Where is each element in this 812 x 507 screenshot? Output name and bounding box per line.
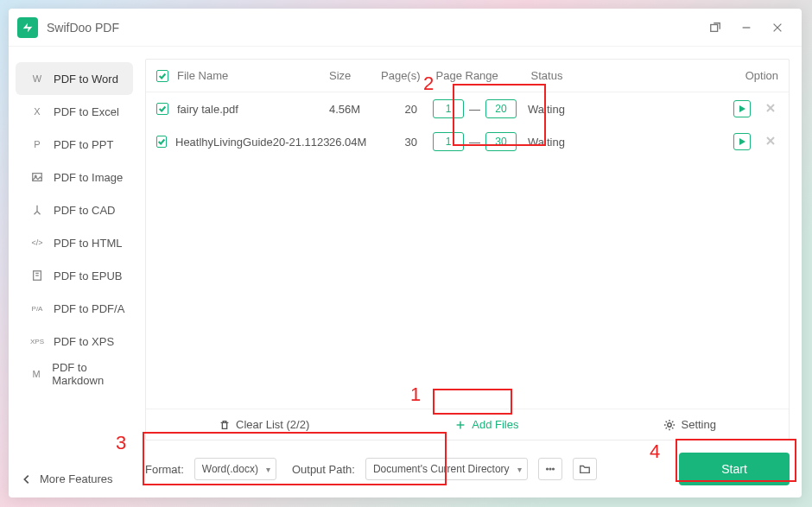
word-icon: W	[29, 73, 45, 84]
app-title: SwifDoo PDF	[47, 21, 700, 35]
sidebar-item-label: PDF to Image	[54, 171, 123, 184]
select-all-checkbox[interactable]	[156, 70, 168, 82]
sidebar-item-label: PDF to CAD	[54, 204, 116, 217]
file-status: Waiting	[528, 136, 623, 149]
browse-folder-button[interactable]	[573, 458, 597, 480]
output-path-label: Output Path:	[292, 463, 355, 476]
output-path-select[interactable]: Document's Current Directory	[365, 458, 528, 480]
range-from-input[interactable]: 1	[433, 99, 464, 118]
sidebar-item-label: PDF to HTML	[54, 237, 122, 250]
sidebar-item-pdf-to-excel[interactable]: XPDF to Excel	[16, 95, 133, 128]
add-files-button[interactable]: Add Files	[454, 418, 518, 431]
svg-point-17	[668, 422, 671, 426]
table-row: HeatlhyLivingGuide20-21.112372897... 26.…	[146, 125, 789, 158]
sidebar-item-label: PDF to EPUB	[54, 269, 122, 282]
col-filename: File Name	[177, 69, 228, 82]
image-icon	[29, 171, 45, 183]
sidebar-item-pdf-to-ppt[interactable]: PPDF to PPT	[16, 128, 133, 161]
file-status: Waiting	[528, 103, 623, 116]
sidebar-item-pdf-to-xps[interactable]: XPSPDF to XPS	[16, 325, 133, 358]
file-size: 4.56M	[329, 103, 381, 116]
range-to-input[interactable]: 20	[485, 99, 517, 118]
html-icon: </>	[29, 238, 45, 247]
xps-icon: XPS	[29, 338, 45, 345]
sidebar-item-pdf-to-epub[interactable]: PDF to EPUB	[16, 259, 133, 292]
format-label: Format:	[145, 463, 184, 476]
convert-row-button[interactable]	[733, 133, 751, 150]
markdown-icon: M	[29, 369, 43, 379]
svg-point-18	[546, 468, 548, 470]
more-features-label: More Features	[40, 472, 113, 485]
range-from-input[interactable]: 1	[433, 132, 464, 151]
sidebar-item-pdf-to-pdfa[interactable]: P/APDF to PDF/A	[16, 292, 133, 325]
col-pages: Page(s)	[381, 69, 436, 82]
col-range: Page Range	[436, 69, 531, 82]
table-header: File Name Size Page(s) Page Range Status…	[146, 60, 789, 92]
window-close-icon[interactable]	[762, 15, 793, 41]
svg-marker-12	[739, 138, 745, 145]
sidebar-item-pdf-to-html[interactable]: </>PDF to HTML	[16, 226, 133, 259]
titlebar: SwifDoo PDF	[9, 9, 802, 47]
row-checkbox[interactable]	[156, 103, 168, 115]
setting-button[interactable]: Setting	[663, 418, 715, 431]
convert-row-button[interactable]	[733, 100, 751, 117]
output-path-value: Document's Current Directory	[373, 463, 510, 475]
setting-label: Setting	[681, 418, 715, 431]
cad-icon	[29, 204, 45, 216]
sidebar-item-label: PDF to Markdown	[52, 361, 133, 387]
sidebar-item-pdf-to-markdown[interactable]: MPDF to Markdown	[16, 358, 133, 390]
sidebar-item-pdf-to-image[interactable]: PDF to Image	[16, 161, 133, 193]
sidebar-item-label: PDF to XPS	[54, 335, 114, 348]
sidebar-item-label: PDF to Excel	[54, 105, 119, 118]
clear-list-button[interactable]: Clear List (2/2)	[219, 418, 309, 431]
more-features-button[interactable]: More Features	[9, 472, 140, 497]
row-checkbox[interactable]	[156, 136, 167, 148]
sidebar-item-pdf-to-cad[interactable]: PDF to CAD	[16, 193, 133, 226]
app-logo-icon	[17, 17, 38, 38]
sidebar-item-pdf-to-word[interactable]: WPDF to Word	[16, 62, 133, 95]
svg-rect-0	[711, 24, 718, 31]
sidebar-item-label: PDF to Word	[54, 73, 118, 86]
app-window: SwifDoo PDF WPDF to Word XPDF to Excel P…	[9, 9, 802, 497]
window-minimize-icon[interactable]	[731, 15, 762, 41]
file-pages: 30	[381, 136, 433, 149]
file-name: fairy tale.pdf	[177, 103, 238, 116]
sidebar-item-label: PDF to PDF/A	[54, 302, 124, 315]
file-size: 26.04M	[329, 136, 381, 149]
svg-point-19	[549, 468, 551, 470]
format-select[interactable]: Word(.docx)	[194, 458, 276, 480]
remove-row-button[interactable]	[763, 133, 778, 149]
svg-point-20	[552, 468, 554, 470]
range-to-input[interactable]: 30	[485, 132, 517, 151]
start-button[interactable]: Start	[679, 453, 790, 485]
pdfa-icon: P/A	[29, 305, 45, 313]
file-name: HeatlhyLivingGuide20-21.112372897...	[175, 136, 329, 149]
format-value: Word(.docx)	[202, 463, 258, 475]
ppt-icon: P	[29, 139, 45, 149]
main-panel: File Name Size Page(s) Page Range Status…	[140, 47, 802, 497]
range-dash: —	[469, 103, 480, 116]
range-dash: —	[469, 136, 480, 149]
add-files-label: Add Files	[472, 418, 518, 431]
col-option: Option	[626, 69, 778, 82]
file-pages: 20	[381, 103, 433, 116]
col-status: Status	[531, 69, 626, 82]
remove-row-button[interactable]	[763, 100, 778, 116]
table-row: fairy tale.pdf 4.56M 20 1 — 20 Waiting	[146, 92, 789, 125]
sidebar-item-label: PDF to PPT	[54, 138, 113, 151]
table-actionbar: Clear List (2/2) Add Files Setting	[146, 409, 789, 440]
epub-icon	[29, 269, 45, 282]
svg-marker-9	[739, 105, 745, 112]
excel-icon: X	[29, 106, 45, 117]
sidebar: WPDF to Word XPDF to Excel PPDF to PPT P…	[9, 47, 140, 497]
start-label: Start	[721, 462, 747, 476]
clear-list-label: Clear List (2/2)	[236, 418, 309, 431]
window-detach-icon[interactable]	[700, 15, 731, 41]
col-size: Size	[329, 69, 381, 82]
file-table: File Name Size Page(s) Page Range Status…	[145, 59, 790, 440]
footer-bar: Format: Word(.docx) Output Path: Documen…	[145, 453, 790, 485]
more-options-button[interactable]	[538, 458, 562, 480]
